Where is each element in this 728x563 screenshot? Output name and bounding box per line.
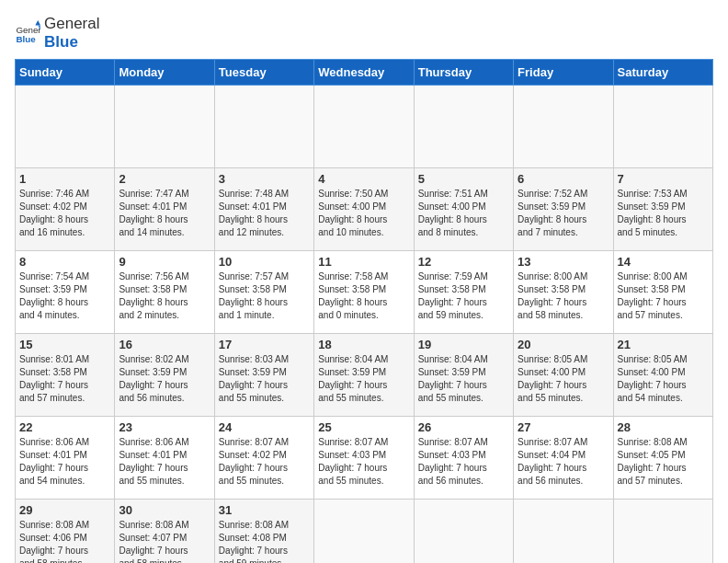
calendar-cell (115, 86, 214, 168)
calendar-week-4: 22Sunrise: 8:06 AM Sunset: 4:01 PM Dayli… (16, 417, 713, 500)
cell-info: Sunrise: 7:59 AM Sunset: 3:58 PM Dayligh… (418, 270, 509, 322)
calendar-cell: 2Sunrise: 7:47 AM Sunset: 4:01 PM Daylig… (115, 168, 214, 251)
calendar-cell: 27Sunrise: 8:07 AM Sunset: 4:04 PM Dayli… (514, 417, 613, 500)
cell-info: Sunrise: 8:06 AM Sunset: 4:01 PM Dayligh… (19, 436, 110, 488)
column-header-wednesday: Wednesday (314, 60, 414, 86)
calendar-cell: 9Sunrise: 7:56 AM Sunset: 3:58 PM Daylig… (115, 251, 214, 334)
calendar-week-5: 29Sunrise: 8:08 AM Sunset: 4:06 PM Dayli… (16, 500, 713, 564)
day-number: 10 (219, 255, 310, 269)
day-number: 14 (618, 255, 709, 269)
day-number: 31 (219, 503, 310, 517)
calendar-cell (414, 86, 513, 168)
day-number: 16 (119, 338, 210, 351)
day-number: 15 (19, 338, 110, 351)
calendar-cell: 23Sunrise: 8:06 AM Sunset: 4:01 PM Dayli… (115, 417, 214, 500)
calendar-cell: 5Sunrise: 7:51 AM Sunset: 4:00 PM Daylig… (414, 168, 513, 251)
cell-info: Sunrise: 8:00 AM Sunset: 3:58 PM Dayligh… (618, 270, 709, 322)
calendar-cell: 22Sunrise: 8:06 AM Sunset: 4:01 PM Dayli… (16, 417, 115, 500)
calendar-cell (613, 500, 712, 564)
cell-info: Sunrise: 8:07 AM Sunset: 4:03 PM Dayligh… (318, 436, 409, 488)
calendar-cell: 16Sunrise: 8:02 AM Sunset: 3:59 PM Dayli… (115, 334, 214, 417)
column-header-friday: Friday (514, 60, 613, 86)
calendar-cell (314, 86, 414, 168)
cell-info: Sunrise: 7:51 AM Sunset: 4:00 PM Dayligh… (418, 188, 509, 239)
cell-info: Sunrise: 8:08 AM Sunset: 4:07 PM Dayligh… (119, 519, 210, 563)
calendar-cell: 11Sunrise: 7:58 AM Sunset: 3:58 PM Dayli… (314, 251, 414, 334)
cell-info: Sunrise: 8:07 AM Sunset: 4:02 PM Dayligh… (219, 436, 310, 488)
calendar-cell (613, 86, 712, 168)
day-number: 19 (418, 338, 509, 351)
day-number: 26 (418, 420, 509, 434)
day-number: 2 (119, 172, 210, 186)
cell-info: Sunrise: 8:07 AM Sunset: 4:03 PM Dayligh… (418, 436, 509, 488)
calendar-cell (414, 500, 513, 564)
column-header-tuesday: Tuesday (214, 60, 313, 86)
calendar-cell: 6Sunrise: 7:52 AM Sunset: 3:59 PM Daylig… (514, 168, 613, 251)
calendar-cell: 7Sunrise: 7:53 AM Sunset: 3:59 PM Daylig… (613, 168, 712, 251)
day-number: 21 (618, 338, 709, 351)
calendar-week-3: 15Sunrise: 8:01 AM Sunset: 3:58 PM Dayli… (16, 334, 713, 417)
day-number: 13 (518, 255, 609, 269)
day-number: 11 (318, 255, 409, 269)
calendar-cell: 15Sunrise: 8:01 AM Sunset: 3:58 PM Dayli… (16, 334, 115, 417)
day-number: 27 (518, 420, 609, 434)
calendar-cell: 28Sunrise: 8:08 AM Sunset: 4:05 PM Dayli… (613, 417, 712, 500)
svg-marker-2 (35, 20, 40, 26)
calendar-cell: 29Sunrise: 8:08 AM Sunset: 4:06 PM Dayli… (16, 500, 115, 564)
calendar-cell: 19Sunrise: 8:04 AM Sunset: 3:59 PM Dayli… (414, 334, 513, 417)
calendar-cell: 21Sunrise: 8:05 AM Sunset: 4:00 PM Dayli… (613, 334, 712, 417)
calendar-cell (514, 86, 613, 168)
calendar-cell: 8Sunrise: 7:54 AM Sunset: 3:59 PM Daylig… (16, 251, 115, 334)
day-number: 5 (418, 172, 509, 186)
column-header-sunday: Sunday (16, 60, 115, 86)
cell-info: Sunrise: 8:03 AM Sunset: 3:59 PM Dayligh… (219, 353, 310, 405)
cell-info: Sunrise: 7:48 AM Sunset: 4:01 PM Dayligh… (219, 188, 310, 239)
day-number: 3 (219, 172, 310, 186)
cell-info: Sunrise: 7:52 AM Sunset: 3:59 PM Dayligh… (518, 188, 609, 239)
day-number: 7 (618, 172, 709, 186)
calendar-week-1: 1Sunrise: 7:46 AM Sunset: 4:02 PM Daylig… (16, 168, 713, 251)
cell-info: Sunrise: 8:05 AM Sunset: 4:00 PM Dayligh… (518, 353, 609, 405)
calendar-cell: 26Sunrise: 8:07 AM Sunset: 4:03 PM Dayli… (414, 417, 513, 500)
cell-info: Sunrise: 8:06 AM Sunset: 4:01 PM Dayligh… (119, 436, 210, 488)
day-number: 20 (518, 338, 609, 351)
column-header-monday: Monday (115, 60, 214, 86)
day-number: 4 (318, 172, 409, 186)
day-number: 29 (19, 503, 110, 517)
calendar-cell: 4Sunrise: 7:50 AM Sunset: 4:00 PM Daylig… (314, 168, 414, 251)
cell-info: Sunrise: 8:04 AM Sunset: 3:59 PM Dayligh… (418, 353, 509, 405)
calendar-cell: 24Sunrise: 8:07 AM Sunset: 4:02 PM Dayli… (214, 417, 313, 500)
day-number: 8 (19, 255, 110, 269)
cell-info: Sunrise: 7:50 AM Sunset: 4:00 PM Dayligh… (318, 188, 409, 239)
cell-info: Sunrise: 7:58 AM Sunset: 3:58 PM Dayligh… (318, 270, 409, 322)
day-number: 12 (418, 255, 509, 269)
calendar-table: SundayMondayTuesdayWednesdayThursdayFrid… (15, 59, 713, 563)
calendar-cell: 14Sunrise: 8:00 AM Sunset: 3:58 PM Dayli… (613, 251, 712, 334)
cell-info: Sunrise: 8:08 AM Sunset: 4:05 PM Dayligh… (618, 436, 709, 488)
day-number: 1 (19, 172, 110, 186)
cell-info: Sunrise: 7:46 AM Sunset: 4:02 PM Dayligh… (19, 188, 110, 239)
calendar-cell (314, 500, 414, 564)
calendar-cell: 20Sunrise: 8:05 AM Sunset: 4:00 PM Dayli… (514, 334, 613, 417)
calendar-cell: 10Sunrise: 7:57 AM Sunset: 3:58 PM Dayli… (214, 251, 313, 334)
logo-general: General (44, 15, 99, 32)
logo: General Blue General Blue (15, 15, 99, 52)
column-header-saturday: Saturday (613, 60, 712, 86)
cell-info: Sunrise: 8:08 AM Sunset: 4:06 PM Dayligh… (19, 519, 110, 563)
calendar-cell: 30Sunrise: 8:08 AM Sunset: 4:07 PM Dayli… (115, 500, 214, 564)
cell-info: Sunrise: 8:00 AM Sunset: 3:58 PM Dayligh… (518, 270, 609, 322)
cell-info: Sunrise: 7:57 AM Sunset: 3:58 PM Dayligh… (219, 270, 310, 322)
calendar-cell: 31Sunrise: 8:08 AM Sunset: 4:08 PM Dayli… (214, 500, 313, 564)
cell-info: Sunrise: 8:02 AM Sunset: 3:59 PM Dayligh… (119, 353, 210, 405)
day-number: 6 (518, 172, 609, 186)
column-header-thursday: Thursday (414, 60, 513, 86)
calendar-week-2: 8Sunrise: 7:54 AM Sunset: 3:59 PM Daylig… (16, 251, 713, 334)
calendar-cell: 25Sunrise: 8:07 AM Sunset: 4:03 PM Dayli… (314, 417, 414, 500)
calendar-week-0 (16, 86, 713, 168)
svg-text:Blue: Blue (16, 34, 36, 44)
cell-info: Sunrise: 8:01 AM Sunset: 3:58 PM Dayligh… (19, 353, 110, 405)
logo-icon: General Blue (15, 20, 40, 46)
day-number: 23 (119, 420, 210, 434)
calendar-cell (16, 86, 115, 168)
cell-info: Sunrise: 7:47 AM Sunset: 4:01 PM Dayligh… (119, 188, 210, 239)
